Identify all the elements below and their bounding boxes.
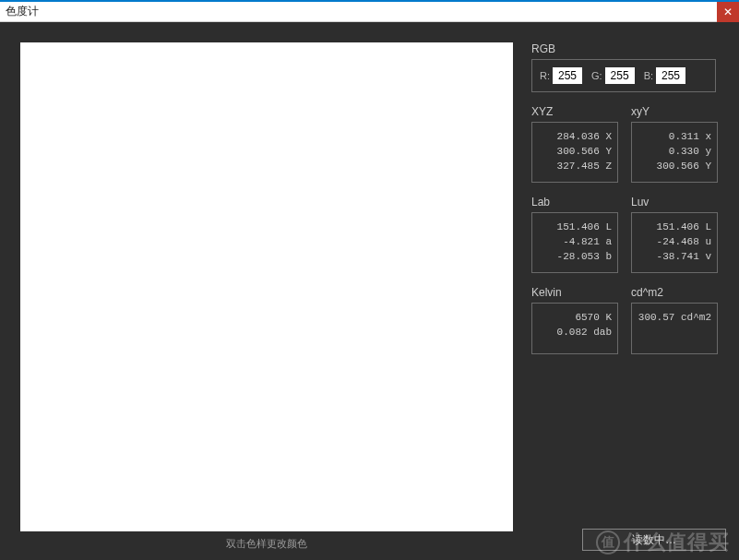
xyy-label: xyY [631,105,718,118]
close-button[interactable]: ✕ [717,2,739,22]
g-input[interactable] [605,67,635,84]
lab-label: Lab [531,196,618,209]
rgb-g-group: G: [591,67,635,84]
window-title: 色度计 [6,4,39,19]
cdm2-label: cd^m2 [631,286,718,299]
status-button[interactable]: 读数中… [582,529,726,551]
swatch-hint: 双击色样更改颜色 [226,537,307,551]
luv-label: Luv [631,196,718,209]
status-text: 读数中… [632,532,676,548]
luv-box: 151.406 L -24.468 u -38.741 v [631,212,718,273]
cdm2-column: cd^m2 300.57 cd^m2 [631,286,718,354]
rgb-r-group: R: [540,67,582,84]
r-input[interactable] [553,67,582,84]
xyz-column: XYZ 284.036 X 300.566 Y 327.485 Z [531,105,618,183]
title-bar: 色度计 ✕ [0,0,739,22]
rgb-b-group: B: [644,67,685,84]
cdm2-box: 300.57 cd^m2 [631,303,718,354]
xyy-column: xyY 0.311 x 0.330 y 300.566 Y [631,105,718,183]
kelvin-label: Kelvin [531,286,618,299]
close-icon: ✕ [723,6,733,18]
xyz-box: 284.036 X 300.566 Y 327.485 Z [531,122,618,183]
b-input[interactable] [656,67,685,84]
g-label: G: [591,70,602,81]
rgb-label: RGB [531,42,728,55]
lab-box: 151.406 L -4.821 a -28.053 b [531,212,618,273]
content-area: 双击色样更改颜色 RGB R: G: B: XYZ 284.036 X 300.… [0,22,739,560]
b-label: B: [644,70,653,81]
xyy-box: 0.311 x 0.330 y 300.566 Y [631,122,718,183]
lab-column: Lab 151.406 L -4.821 a -28.053 b [531,196,618,273]
swatch-column: 双击色样更改颜色 [20,42,513,551]
kelvin-box: 6570 K 0.082 dab [531,303,618,354]
rgb-box: R: G: B: [531,59,716,92]
kelvin-column: Kelvin 6570 K 0.082 dab [531,286,618,354]
luv-column: Luv 151.406 L -24.468 u -38.741 v [631,196,718,273]
xyz-label: XYZ [531,105,618,118]
readout-panels: RGB R: G: B: XYZ 284.036 X 300.566 Y 327… [531,42,728,551]
r-label: R: [540,70,550,81]
color-swatch[interactable] [20,42,513,531]
